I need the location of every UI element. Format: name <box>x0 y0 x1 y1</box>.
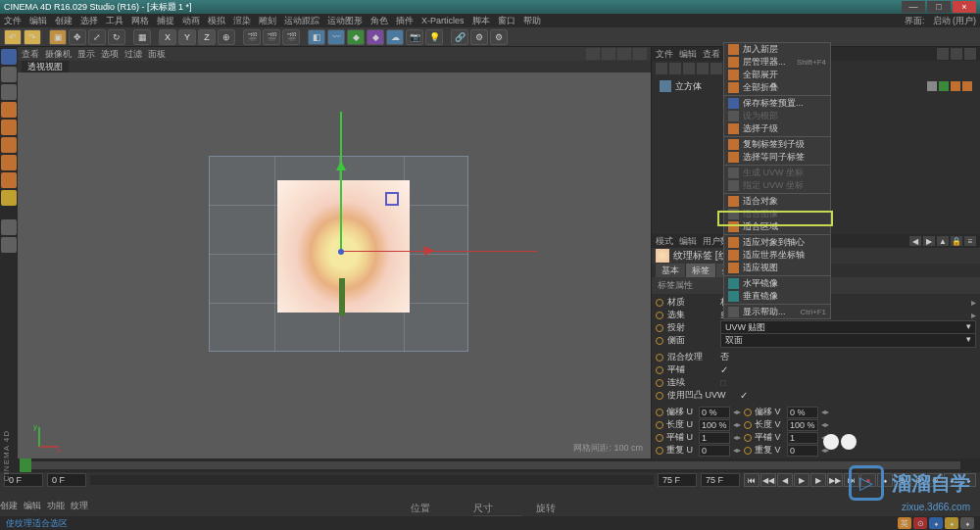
gizmo-center[interactable] <box>338 249 344 255</box>
timeline-range-slider[interactable] <box>90 475 654 485</box>
play-button[interactable]: ▶ <box>794 473 809 487</box>
key-bullet-icon[interactable] <box>656 324 663 332</box>
context-menu-item[interactable]: 层管理器...Shift+F4 <box>724 56 830 69</box>
vp-menu-display[interactable]: 显示 <box>77 48 95 61</box>
select-tool[interactable]: ▣ <box>49 29 67 45</box>
recent-tool[interactable]: ▦ <box>133 29 151 45</box>
tray-icon[interactable]: ⬥ <box>929 517 943 529</box>
menu-snap[interactable]: 捕捉 <box>157 15 174 27</box>
vp-menu-filter[interactable]: 过滤 <box>124 48 142 61</box>
vp-nav-icon-3[interactable] <box>617 48 631 60</box>
tray-icon[interactable]: ⬥ <box>960 517 974 529</box>
menu-render[interactable]: 渲染 <box>233 15 251 27</box>
x-axis-gizmo[interactable] <box>341 251 537 252</box>
goto-start-button[interactable]: ⏮ <box>744 473 760 487</box>
repeat-u-field[interactable]: 0 <box>699 445 730 457</box>
menu-script[interactable]: 脚本 <box>472 15 490 27</box>
vp-nav-icon-2[interactable] <box>602 48 615 60</box>
maximize-button[interactable]: □ <box>927 1 951 13</box>
menu-character[interactable]: 角色 <box>370 15 388 27</box>
key-bullet-icon[interactable] <box>656 392 663 400</box>
context-menu-item[interactable]: 水平镜像 <box>724 277 830 290</box>
om-menu-view[interactable]: 查看 <box>703 48 720 61</box>
tray-icon[interactable]: 英 <box>898 517 911 529</box>
vp-menu-cameras[interactable]: 摄像机 <box>45 48 72 61</box>
render-settings-button[interactable]: 🎬 <box>282 29 300 45</box>
om-tool-icon[interactable] <box>656 63 667 74</box>
om-tool-icon-3[interactable] <box>683 63 695 74</box>
render-picture-button[interactable]: 🎬 <box>263 29 280 45</box>
om-tool-icon-4[interactable] <box>697 63 709 74</box>
context-menu-item[interactable]: 显示帮助...Ctrl+F1 <box>724 306 830 318</box>
mm-menu-edit[interactable]: 编辑 <box>24 500 41 511</box>
key-bullet-icon[interactable] <box>744 447 752 455</box>
visibility-tag[interactable] <box>927 81 937 91</box>
context-menu-item[interactable]: 适应视图 <box>724 262 830 274</box>
context-menu-item[interactable]: 适合对象 <box>724 195 830 208</box>
vp-nav-icon-4[interactable] <box>633 48 647 60</box>
scale-tool[interactable]: ⤢ <box>88 29 106 45</box>
viewport-tab[interactable]: 透视视图 <box>22 61 69 72</box>
next-frame-button[interactable]: ▶ <box>810 473 826 487</box>
attr-menu-mode[interactable]: 模式 <box>656 235 673 248</box>
menu-motiontrack[interactable]: 运动跟踪 <box>284 15 319 27</box>
tab-basic[interactable]: 基本 <box>656 264 685 277</box>
menu-simulate[interactable]: 模拟 <box>208 15 225 27</box>
object-name[interactable]: 立方体 <box>675 80 702 93</box>
context-menu-item[interactable]: 复制标签到子级 <box>724 138 830 151</box>
move-tool[interactable]: ✥ <box>69 29 86 45</box>
vp-menu-view[interactable]: 查看 <box>22 48 39 61</box>
uvw-checkbox[interactable]: ✓ <box>740 390 748 401</box>
length-u-field[interactable]: 100 % <box>699 419 730 431</box>
environment-tool[interactable]: ☁ <box>386 29 404 45</box>
tool-icon-2[interactable]: ⚙ <box>490 29 508 45</box>
prev-key-button[interactable]: ◀◀ <box>760 473 776 487</box>
menu-file[interactable]: 文件 <box>4 15 22 27</box>
key-bullet-icon[interactable] <box>744 409 752 416</box>
light-tool[interactable]: 💡 <box>425 29 443 45</box>
edge-mode-icon[interactable] <box>1 120 17 135</box>
z-plane-gizmo[interactable] <box>385 192 399 206</box>
prev-frame-button[interactable]: ◀ <box>777 473 793 487</box>
menu-window[interactable]: 窗口 <box>498 15 515 27</box>
om-tool-icon-2[interactable] <box>669 63 681 74</box>
side-dropdown[interactable]: 双面▾ <box>720 333 976 348</box>
context-menu-item[interactable]: 全部展开 <box>724 69 830 81</box>
om-filter-icon[interactable] <box>951 48 962 60</box>
menu-mesh[interactable]: 网格 <box>131 15 149 27</box>
key-bullet-icon[interactable] <box>656 434 663 442</box>
tray-icon[interactable]: ⊙ <box>913 517 927 529</box>
context-menu-item[interactable]: 加入新层 <box>724 43 830 56</box>
menu-animate[interactable]: 动画 <box>182 15 200 27</box>
menu-plugins[interactable]: 插件 <box>396 15 414 27</box>
mm-menu-create[interactable]: 创建 <box>0 500 18 511</box>
vp-nav-icon[interactable] <box>586 48 600 60</box>
menu-xparticles[interactable]: X-Particles <box>421 16 465 25</box>
deformer-tool[interactable]: ◆ <box>367 29 384 45</box>
menu-edit[interactable]: 编辑 <box>29 15 47 27</box>
enable-tag[interactable] <box>939 81 949 91</box>
texture-tag[interactable] <box>951 81 960 91</box>
spline-tool[interactable]: 〰 <box>327 29 345 45</box>
tag-tool[interactable]: 🔗 <box>451 29 468 45</box>
menu-mograph[interactable]: 运动图形 <box>327 15 363 27</box>
mm-menu-texture[interactable]: 纹理 <box>71 500 88 511</box>
context-menu-item[interactable]: 选择子级 <box>724 122 830 135</box>
vp-menu-panel[interactable]: 面板 <box>148 48 166 61</box>
cube-primitive[interactable]: ◧ <box>308 29 325 45</box>
attr-lock-icon[interactable]: 🔒 <box>951 236 962 246</box>
snap-icon[interactable] <box>1 190 17 206</box>
menu-select[interactable]: 选择 <box>80 15 98 27</box>
next-key-button[interactable]: ▶▶ <box>827 473 843 487</box>
redo-button[interactable]: ↷ <box>24 29 41 45</box>
context-menu-item[interactable]: 适应对象到轴心 <box>724 236 830 249</box>
timeline-ruler[interactable] <box>0 458 980 472</box>
object-mode-icon[interactable] <box>1 67 17 82</box>
y-axis-gizmo[interactable] <box>340 112 342 254</box>
timeline-current-field[interactable]: 0 F <box>47 473 86 487</box>
coord-system-button[interactable]: ⊕ <box>218 29 235 45</box>
key-bullet-icon[interactable] <box>656 366 663 374</box>
tile-v-field[interactable]: 1 <box>787 432 818 444</box>
context-menu-item[interactable]: 适合区域 <box>724 220 830 233</box>
attr-back-button[interactable]: ◀ <box>909 236 921 246</box>
